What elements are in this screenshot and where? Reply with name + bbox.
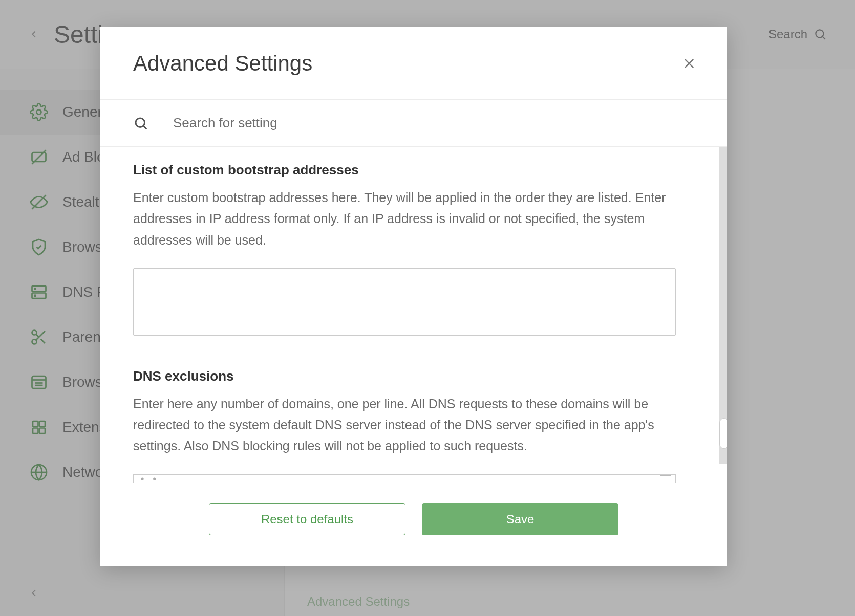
scrollbar-thumb[interactable] [719, 418, 727, 449]
modal-body: List of custom bootstrap addresses Enter… [100, 147, 727, 484]
reset-to-defaults-button[interactable]: Reset to defaults [209, 503, 405, 535]
modal-header: Advanced Settings [100, 27, 727, 100]
section-desc-bootstrap: Enter custom bootstrap addresses here. T… [133, 187, 676, 251]
save-button[interactable]: Save [422, 503, 618, 535]
section-title-bootstrap: List of custom bootstrap addresses [133, 162, 694, 178]
svg-point-27 [136, 118, 145, 127]
textarea-scroll [660, 475, 671, 482]
modal-title: Advanced Settings [133, 51, 682, 76]
search-icon [133, 116, 148, 131]
scrollbar-track [719, 147, 727, 464]
svg-line-28 [144, 126, 147, 129]
settings-search [100, 100, 727, 147]
bootstrap-addresses-input[interactable] [133, 268, 676, 336]
close-button[interactable] [682, 56, 696, 71]
advanced-settings-modal: Advanced Settings List of custom bootstr… [100, 27, 727, 566]
settings-search-input[interactable] [173, 115, 694, 131]
modal-footer: Reset to defaults Save [100, 484, 727, 566]
dns-exclusions-input[interactable]: • • [133, 474, 676, 483]
section-desc-dns-exclusions: Enter here any number of domains, one pe… [133, 393, 676, 457]
section-title-dns-exclusions: DNS exclusions [133, 368, 694, 384]
